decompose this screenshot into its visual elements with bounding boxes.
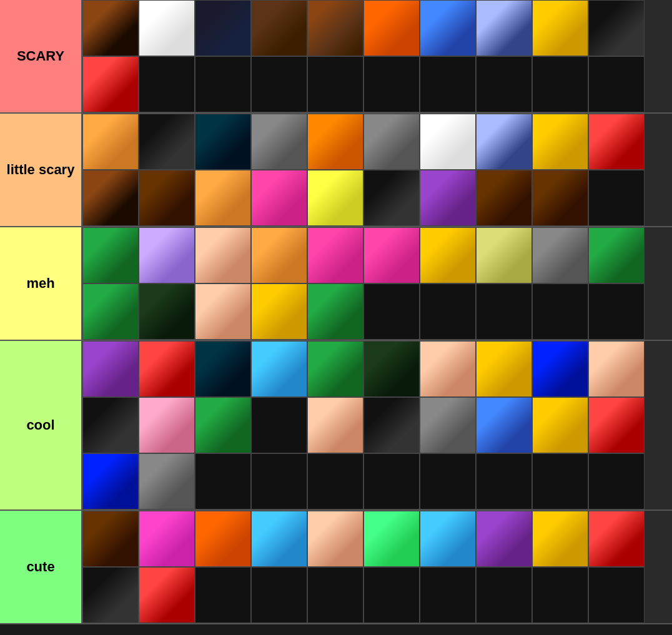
tier-item-s16[interactable] <box>363 56 420 112</box>
tier-item-m14[interactable] <box>251 283 307 340</box>
tier-item-c29[interactable] <box>532 453 588 509</box>
tier-item-cu17[interactable] <box>420 567 476 623</box>
tier-item-ls18[interactable] <box>476 170 532 226</box>
tier-item-m6[interactable] <box>363 227 420 283</box>
tier-item-s4[interactable] <box>251 0 307 56</box>
tier-item-s7[interactable] <box>420 0 476 56</box>
tier-item-cu4[interactable] <box>251 511 307 567</box>
tier-item-m11[interactable] <box>82 283 139 340</box>
tier-item-s6[interactable] <box>363 0 420 56</box>
tier-item-c24[interactable] <box>251 453 307 509</box>
tier-item-m19[interactable] <box>532 283 588 340</box>
tier-item-m7[interactable] <box>420 227 476 283</box>
tier-item-c21[interactable] <box>82 453 139 509</box>
tier-item-m12[interactable] <box>139 283 195 340</box>
tier-item-cu16[interactable] <box>363 567 420 623</box>
tier-item-m9[interactable] <box>532 227 588 283</box>
tier-item-c20[interactable] <box>588 397 645 453</box>
tier-item-ls15[interactable] <box>307 170 363 226</box>
tier-item-s17[interactable] <box>420 56 476 112</box>
tier-item-cu2[interactable] <box>139 511 195 567</box>
tier-item-c18[interactable] <box>476 397 532 453</box>
tier-item-c12[interactable] <box>139 397 195 453</box>
tier-item-c4[interactable] <box>251 341 307 397</box>
tier-item-cu1[interactable] <box>82 511 139 567</box>
tier-item-ls11[interactable] <box>82 170 139 226</box>
tier-item-ls17[interactable] <box>420 170 476 226</box>
tier-item-c7[interactable] <box>420 341 476 397</box>
tier-item-ls5[interactable] <box>307 114 363 170</box>
tier-item-ls6[interactable] <box>363 114 420 170</box>
tier-item-m16[interactable] <box>363 283 420 340</box>
tier-item-c5[interactable] <box>307 341 363 397</box>
tier-item-s19[interactable] <box>532 56 588 112</box>
tier-item-ls10[interactable] <box>588 114 645 170</box>
tier-item-s2[interactable] <box>139 0 195 56</box>
tier-item-cu14[interactable] <box>251 567 307 623</box>
tier-item-c28[interactable] <box>476 453 532 509</box>
tier-item-c9[interactable] <box>532 341 588 397</box>
tier-item-c27[interactable] <box>420 453 476 509</box>
tier-item-cu3[interactable] <box>195 511 251 567</box>
tier-item-c10[interactable] <box>588 341 645 397</box>
tier-item-m17[interactable] <box>420 283 476 340</box>
tier-item-ls1[interactable] <box>82 114 139 170</box>
tier-item-cu6[interactable] <box>363 511 420 567</box>
tier-item-cu5[interactable] <box>307 511 363 567</box>
tier-item-c3[interactable] <box>195 341 251 397</box>
tier-item-ls9[interactable] <box>532 114 588 170</box>
tier-item-c14[interactable] <box>251 397 307 453</box>
tier-item-c13[interactable] <box>195 397 251 453</box>
tier-item-ls2[interactable] <box>139 114 195 170</box>
tier-item-ls8[interactable] <box>476 114 532 170</box>
tier-item-ls3[interactable] <box>195 114 251 170</box>
tier-item-cu10[interactable] <box>588 511 645 567</box>
tier-item-cu9[interactable] <box>532 511 588 567</box>
tier-item-c6[interactable] <box>363 341 420 397</box>
tier-item-c26[interactable] <box>363 453 420 509</box>
tier-item-m18[interactable] <box>476 283 532 340</box>
tier-item-s8[interactable] <box>476 0 532 56</box>
tier-item-s20[interactable] <box>588 56 645 112</box>
tier-item-m13[interactable] <box>195 283 251 340</box>
tier-item-cu12[interactable] <box>139 567 195 623</box>
tier-item-s5[interactable] <box>307 0 363 56</box>
tier-item-m8[interactable] <box>476 227 532 283</box>
tier-item-ls19[interactable] <box>532 170 588 226</box>
tier-item-c25[interactable] <box>307 453 363 509</box>
tier-item-c8[interactable] <box>476 341 532 397</box>
tier-item-ls20[interactable] <box>588 170 645 226</box>
tier-item-m3[interactable] <box>195 227 251 283</box>
tier-item-cu8[interactable] <box>476 511 532 567</box>
tier-item-m10[interactable] <box>588 227 645 283</box>
tier-item-s18[interactable] <box>476 56 532 112</box>
tier-item-ls4[interactable] <box>251 114 307 170</box>
tier-item-m15[interactable] <box>307 283 363 340</box>
tier-item-s12[interactable] <box>139 56 195 112</box>
tier-item-c22[interactable] <box>139 453 195 509</box>
tier-item-s14[interactable] <box>251 56 307 112</box>
tier-item-ls13[interactable] <box>195 170 251 226</box>
tier-item-s10[interactable] <box>588 0 645 56</box>
tier-item-s3[interactable] <box>195 0 251 56</box>
tier-item-c23[interactable] <box>195 453 251 509</box>
tier-item-ls16[interactable] <box>363 170 420 226</box>
tier-item-c17[interactable] <box>420 397 476 453</box>
tier-item-ls12[interactable] <box>139 170 195 226</box>
tier-item-cu15[interactable] <box>307 567 363 623</box>
tier-item-ls7[interactable] <box>420 114 476 170</box>
tier-item-ls14[interactable] <box>251 170 307 226</box>
tier-item-cu20[interactable] <box>588 567 645 623</box>
tier-item-m4[interactable] <box>251 227 307 283</box>
tier-item-c2[interactable] <box>139 341 195 397</box>
tier-item-c30[interactable] <box>588 453 645 509</box>
tier-item-m20[interactable] <box>588 283 645 340</box>
tier-item-m5[interactable] <box>307 227 363 283</box>
tier-item-c15[interactable] <box>307 397 363 453</box>
tier-item-cu11[interactable] <box>82 567 139 623</box>
tier-item-m1[interactable] <box>82 227 139 283</box>
tier-item-s15[interactable] <box>307 56 363 112</box>
tier-item-c16[interactable] <box>363 397 420 453</box>
tier-item-c1[interactable] <box>82 341 139 397</box>
tier-item-c19[interactable] <box>532 397 588 453</box>
